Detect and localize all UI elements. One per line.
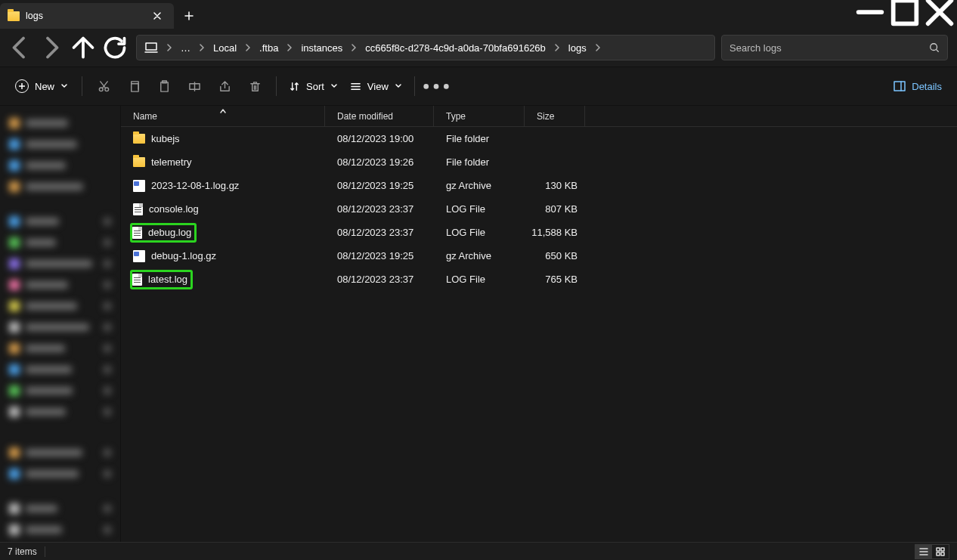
svg-point-9 [423,84,429,89]
close-window-button[interactable] [922,0,957,24]
sidebar-item[interactable] [5,254,116,274]
sidebar-item[interactable] [5,212,116,231]
column-header-size[interactable]: Size [525,106,585,126]
minimize-button[interactable] [853,0,887,24]
thumbnails-view-button[interactable] [932,545,949,558]
svg-rect-5 [131,83,138,91]
file-date: 08/12/2023 19:25 [325,250,434,261]
column-label: Date modified [337,111,393,122]
forward-button[interactable] [36,34,67,61]
file-name: kubejs [151,133,180,144]
plus-circle-icon [15,79,29,93]
sidebar-item[interactable] [5,177,116,196]
chevron-right-icon[interactable] [197,44,207,51]
search-input[interactable] [729,42,929,54]
sidebar-item[interactable] [5,135,116,154]
arrow-left-icon [5,32,35,63]
breadcrumb-segment[interactable]: Local [207,36,243,60]
sidebar-item[interactable] [5,275,116,295]
this-pc-icon[interactable] [141,36,164,60]
arrow-up-icon [68,32,98,63]
table-row[interactable]: kubejs08/12/2023 19:00File folder [121,127,957,150]
back-button[interactable] [5,34,35,61]
file-name: telemetry [151,156,191,168]
item-count: 7 items [8,546,37,557]
tab-close-button[interactable] [148,7,166,25]
scissors-icon [98,80,110,93]
file-date: 08/12/2023 23:37 [325,203,434,215]
paste-button[interactable] [149,73,179,99]
highlight-box: debug.log [130,223,197,243]
sidebar-item[interactable] [5,113,116,133]
column-header-type[interactable]: Type [434,106,525,126]
new-tab-button[interactable] [174,3,204,29]
breadcrumb-segment[interactable]: instances [295,36,348,60]
tab-logs[interactable]: logs [0,3,174,29]
details-pane-button[interactable]: Details [886,73,949,99]
sidebar-item[interactable] [5,360,116,379]
share-button[interactable] [209,73,240,99]
file-name: console.log [149,203,199,215]
address-bar[interactable]: … Local.ftbainstancescc665f8c-d278-4c9d-… [136,35,715,60]
refresh-icon [100,32,130,63]
overflow-crumb[interactable]: … [175,36,197,60]
sidebar-item[interactable] [5,296,116,316]
breadcrumb-segment[interactable]: logs [562,36,593,60]
breadcrumb-segment[interactable]: .ftba [253,36,284,60]
svg-rect-6 [160,82,167,91]
svg-rect-1 [146,43,156,50]
up-button[interactable] [68,34,98,61]
sidebar-item[interactable] [5,464,116,484]
table-row[interactable]: latest.log08/12/2023 23:37LOG File765 KB [121,268,957,291]
file-name: latest.log [148,274,187,285]
maximize-button[interactable] [887,0,922,24]
more-button[interactable] [421,73,451,99]
column-headers: Name Date modified Type Size [121,106,957,127]
new-button[interactable]: New [8,73,76,99]
table-row[interactable]: debug.log08/12/2023 23:37LOG File11,588 … [121,221,957,244]
chevron-right-icon[interactable] [348,44,359,51]
gz-icon [133,250,145,262]
chevron-right-icon[interactable] [593,44,603,51]
navigation-pane[interactable] [0,106,121,542]
chevron-right-icon[interactable] [164,44,175,51]
chevron-right-icon[interactable] [552,44,562,51]
sidebar-item[interactable] [5,156,116,175]
table-row[interactable]: telemetry08/12/2023 19:26File folder [121,150,957,174]
status-bar: 7 items [0,542,957,560]
sidebar-item[interactable] [5,402,116,422]
cut-button[interactable] [88,73,119,99]
file-size: 765 KB [525,274,585,285]
chevron-right-icon[interactable] [284,44,295,51]
sidebar-item[interactable] [5,317,116,337]
sidebar-item[interactable] [5,443,116,463]
view-dropdown[interactable]: View [344,73,408,99]
search-box[interactable] [721,35,948,60]
table-row[interactable]: debug-1.log.gz08/12/2023 19:25gz Archive… [121,244,957,268]
chevron-down-icon [395,82,402,90]
details-pane-icon [894,80,906,92]
table-row[interactable]: 2023-12-08-1.log.gz08/12/2023 19:25gz Ar… [121,174,957,197]
column-header-name[interactable]: Name [121,106,325,126]
sidebar-item[interactable] [5,520,116,540]
copy-button[interactable] [119,73,149,99]
ellipsis-icon [421,83,451,90]
table-row[interactable]: console.log08/12/2023 23:37LOG File807 K… [121,197,957,221]
delete-button[interactable] [240,73,270,99]
sort-dropdown[interactable]: Sort [283,73,344,99]
column-header-date[interactable]: Date modified [325,106,434,126]
arrow-right-icon [36,32,67,63]
rename-icon [188,80,201,93]
folder-icon [133,134,145,144]
sidebar-item[interactable] [5,381,116,401]
breadcrumb-segment[interactable]: cc665f8c-d278-4c9d-a0da-70bfa691626b [359,36,552,60]
column-label: Type [446,111,466,122]
rename-button[interactable] [179,73,209,99]
refresh-button[interactable] [100,34,130,61]
chevron-right-icon[interactable] [243,44,253,51]
svg-rect-0 [894,1,917,24]
details-view-button[interactable] [915,545,932,558]
sidebar-item[interactable] [5,233,116,252]
sidebar-item[interactable] [5,339,116,358]
sidebar-item[interactable] [5,499,116,518]
